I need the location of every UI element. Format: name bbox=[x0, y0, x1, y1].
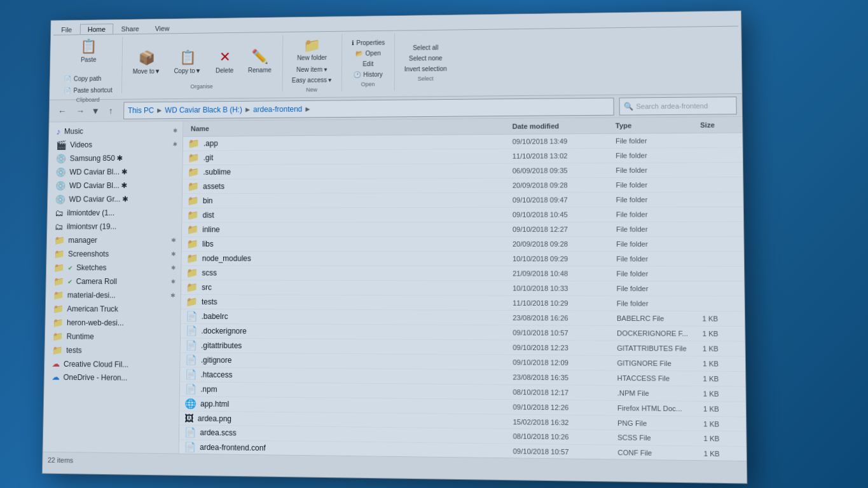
move-to-button[interactable]: 📦 Move to▼ bbox=[127, 39, 167, 83]
sidebar-item-7[interactable]: 🗂ilmiontsvr (19... bbox=[47, 220, 181, 234]
file-date: 09/10/2018 13:49 bbox=[510, 136, 613, 147]
back-button[interactable]: ← bbox=[54, 103, 70, 119]
sidebar-item-12[interactable]: 📁material-desi...✱ bbox=[46, 288, 181, 302]
sidebar-item-label: material-desi... bbox=[67, 291, 167, 300]
music-icon: ♪ bbox=[56, 126, 60, 137]
sidebar-item-3[interactable]: 💿WD Caviar Bl... ✱ bbox=[48, 165, 183, 179]
file-size bbox=[698, 168, 738, 171]
sidebar-item-label: ilmiontdev (1... bbox=[67, 208, 177, 217]
history-button[interactable]: 🕐 History bbox=[348, 69, 387, 80]
edit-button[interactable]: Edit bbox=[358, 58, 378, 69]
file-name: ardea-frontend.conf bbox=[200, 443, 266, 452]
copy-to-button[interactable]: 📋 Copy to▼ bbox=[169, 39, 207, 83]
sidebar-item-label: Creative Cloud Fil... bbox=[64, 360, 175, 369]
paste-shortcut-icon: 📄 bbox=[64, 87, 71, 94]
copy-path-button[interactable]: 📄 Copy path bbox=[60, 73, 117, 84]
sidebar-item-16[interactable]: 📁tests bbox=[45, 343, 180, 358]
pin-icon: ✱ bbox=[171, 237, 176, 243]
file-date: 08/10/2018 12:17 bbox=[510, 387, 614, 398]
up-button[interactable]: ↑ bbox=[103, 102, 119, 118]
video-icon: 🎬 bbox=[56, 140, 67, 150]
sidebar-item-1[interactable]: 🎬Videos✱ bbox=[49, 137, 183, 152]
file-rows: 📁 .app 09/10/2018 13:49 File folder 📁 .g… bbox=[179, 133, 747, 461]
breadcrumb-drive[interactable]: WD Caviar Black B (H:) bbox=[165, 105, 242, 114]
pin-icon: ✱ bbox=[172, 141, 177, 147]
file-row[interactable]: 📁 dist 09/10/2018 10:45 File folder bbox=[182, 207, 743, 223]
sidebar-item-0[interactable]: ♪Music✱ bbox=[49, 124, 183, 139]
breadcrumb-this-pc[interactable]: This PC bbox=[128, 105, 154, 114]
file-name: .npm bbox=[200, 385, 217, 394]
file-date: 09/10/2018 10:57 bbox=[511, 446, 616, 458]
header-date[interactable]: Date modified bbox=[510, 121, 613, 132]
recent-locations-button[interactable]: ▼ bbox=[90, 102, 100, 118]
file-row[interactable]: 📁 scss 21/09/2018 10:48 File folder bbox=[181, 266, 744, 282]
file-icon: 📄 bbox=[185, 354, 197, 365]
easy-access-button[interactable]: Easy access ▾ bbox=[287, 74, 336, 85]
file-row[interactable]: 📁 assets 20/09/2018 09:28 File folder bbox=[183, 177, 743, 194]
sidebar-item-label: Runtime bbox=[67, 332, 176, 342]
file-name-cell: 📁 tests bbox=[186, 296, 510, 309]
open-group: ℹ Properties 📂 Open Edit 🕐 History Open bbox=[341, 34, 395, 92]
header-type[interactable]: Type bbox=[613, 120, 698, 131]
file-date: 21/09/2018 10:48 bbox=[510, 268, 614, 278]
tab-view[interactable]: View bbox=[147, 23, 177, 34]
sidebar-item-13[interactable]: 📁American Truck bbox=[46, 302, 181, 316]
file-name-cell: 📁 .git bbox=[188, 151, 509, 164]
select-none-button[interactable]: Select none bbox=[404, 53, 446, 64]
new-folder-button[interactable]: 📁 New folder bbox=[291, 33, 333, 65]
file-name: .app bbox=[203, 139, 218, 148]
delete-icon: ✕ bbox=[215, 47, 235, 67]
file-row[interactable]: 📁 .sublime 06/09/2018 09:35 File folder bbox=[183, 163, 743, 180]
file-date: 10/10/2018 10:33 bbox=[510, 283, 614, 294]
copy-path-icon: 📄 bbox=[64, 76, 72, 83]
address-bar[interactable]: This PC ► WD Caviar Black B (H:) ► ardea… bbox=[123, 97, 614, 119]
select-all-button[interactable]: Select all bbox=[408, 42, 443, 53]
sidebar-item-5[interactable]: 💿WD Caviar Gr... ✱ bbox=[48, 192, 182, 206]
file-row[interactable]: 📁 node_modules 10/10/2018 09:29 File fol… bbox=[181, 252, 744, 267]
delete-button[interactable]: ✕ Delete bbox=[209, 39, 240, 83]
open-button[interactable]: 📂 Open bbox=[351, 48, 385, 58]
sidebar-item-11[interactable]: 📁✔Camera Roll✱ bbox=[46, 274, 181, 288]
file-date: 08/10/2018 10:26 bbox=[511, 431, 616, 442]
rename-button[interactable]: ✏️ Rename bbox=[242, 38, 277, 82]
file-row[interactable]: 📁 inline 09/10/2018 12:27 File folder bbox=[182, 222, 743, 237]
file-date: 09/10/2018 12:27 bbox=[510, 224, 614, 234]
file-row[interactable]: 📁 src 10/10/2018 10:33 File folder bbox=[181, 280, 745, 297]
sidebar-item-10[interactable]: 📁✔Sketches✱ bbox=[46, 261, 181, 274]
file-size bbox=[698, 183, 738, 186]
file-name-cell: 📁 dist bbox=[187, 209, 510, 221]
status-text: 22 items bbox=[48, 456, 73, 464]
onedrive-icon: ☁ bbox=[52, 372, 60, 382]
file-date: 20/09/2018 09:28 bbox=[510, 180, 614, 191]
sidebar-item-14[interactable]: 📁heron-web-desi... bbox=[45, 316, 180, 330]
new-item-button[interactable]: New item ▾ bbox=[292, 64, 331, 75]
sidebar-item-8[interactable]: 📁manager✱ bbox=[47, 233, 182, 247]
file-row[interactable]: 📁 libs 20/09/2018 09:28 File folder bbox=[182, 237, 744, 252]
sidebar-item-6[interactable]: 🗂ilmiontdev (1... bbox=[47, 206, 181, 220]
sidebar-item-17[interactable]: ☁Creative Cloud Fil... bbox=[45, 357, 180, 371]
file-type: File folder bbox=[613, 180, 698, 191]
properties-button[interactable]: ℹ Properties bbox=[347, 37, 390, 48]
paste-shortcut-button[interactable]: 📄 Paste shortcut bbox=[59, 85, 116, 96]
header-name[interactable]: Name bbox=[188, 121, 510, 133]
paste-button[interactable]: 📋 Paste bbox=[73, 28, 104, 71]
invert-selection-button[interactable]: Invert selection bbox=[400, 63, 451, 74]
sidebar-item-label: Samsung 850 ✱ bbox=[70, 154, 177, 163]
file-name-cell: 📄 .npm bbox=[185, 383, 511, 398]
file-row[interactable]: 📁 bin 09/10/2018 09:47 File folder bbox=[183, 193, 743, 208]
sidebar-item-18[interactable]: ☁OneDrive - Heron... bbox=[45, 370, 180, 385]
file-type: GITATTRIBUTES File bbox=[614, 343, 700, 354]
file-size bbox=[699, 257, 738, 260]
sidebar-item-2[interactable]: 💿Samsung 850 ✱ bbox=[48, 151, 183, 166]
sidebar-item-15[interactable]: 📁Runtime bbox=[45, 329, 180, 344]
tab-share[interactable]: Share bbox=[113, 23, 147, 34]
sidebar-item-4[interactable]: 💿WD Caviar Bl... ✱ bbox=[48, 179, 182, 193]
header-size[interactable]: Size bbox=[698, 119, 737, 130]
forward-button[interactable]: → bbox=[72, 103, 88, 119]
breadcrumb-folder[interactable]: ardea-frontend bbox=[253, 104, 302, 113]
search-box[interactable]: 🔍 Search ardea-frontend bbox=[619, 96, 737, 115]
file-date: 09/10/2018 10:57 bbox=[510, 327, 614, 338]
sidebar-item-label: WD Caviar Gr... ✱ bbox=[69, 194, 177, 203]
sidebar-item-9[interactable]: 📁Screenshots✱ bbox=[46, 247, 181, 261]
sidebar-item-label: Sketches bbox=[76, 263, 167, 272]
